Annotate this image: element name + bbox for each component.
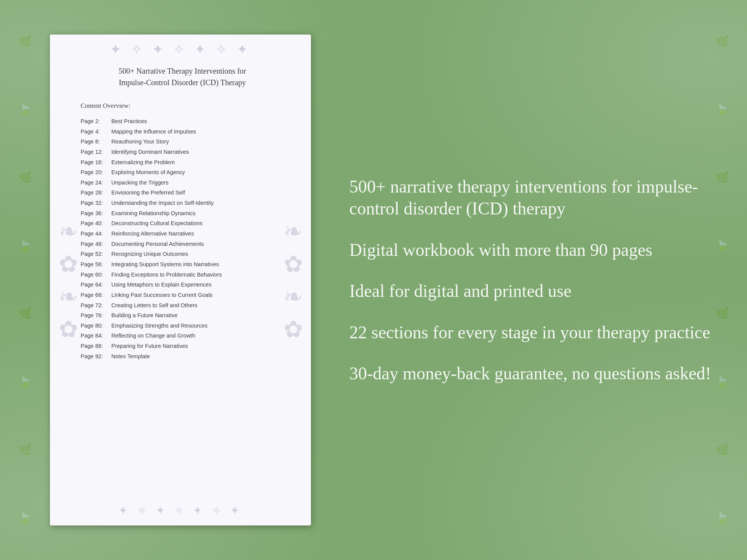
toc-item: Page 32:Understanding the Impact on Self… <box>81 198 284 208</box>
toc-item: Page 44:Reinforcing Alternative Narrativ… <box>81 229 284 239</box>
toc-item: Page 60:Finding Exceptions to Problemati… <box>81 270 284 280</box>
toc-page-number: Page 20: <box>81 168 111 177</box>
book-bottom-decoration: ✦ ✧ ✦ ✧ ✦ ✧ ✦ <box>118 504 243 517</box>
toc-page-number: Page 84: <box>81 331 111 341</box>
toc-page-number: Page 24: <box>81 178 111 188</box>
toc-page-number: Page 92: <box>81 352 111 361</box>
toc-item: Page 16:Externalizing the Problem <box>81 158 284 167</box>
toc-page-title: Notes Template <box>111 352 150 361</box>
toc-page-title: Integrating Support Systems into Narrati… <box>111 260 219 269</box>
book-title: 500+ Narrative Therapy Interventions for… <box>81 65 284 88</box>
toc-page-number: Page 12: <box>81 147 111 157</box>
toc-page-number: Page 40: <box>81 219 111 228</box>
toc-item: Page 40:Deconstructing Cultural Expectat… <box>81 219 284 228</box>
main-layout: ✦ ✧ ✦ ✧ ✦ ✧ ✦ ✦ ✧ ✦ ✧ ✦ ✧ ✦ ❧ ✿ ❧ ✿ ❧ ✿ … <box>0 0 747 560</box>
toc-page-title: Externalizing the Problem <box>111 158 175 167</box>
toc-item: Page 56:Integrating Support Systems into… <box>81 260 284 269</box>
toc-item: Page 52:Recognizing Unique Outcomes <box>81 249 284 259</box>
toc-page-title: Preparing for Future Narratives <box>111 341 188 351</box>
toc-page-number: Page 32: <box>81 198 111 208</box>
toc-page-number: Page 72: <box>81 301 111 310</box>
toc-page-title: Reinforcing Alternative Narratives <box>111 229 194 239</box>
toc-page-title: Finding Exceptions to Problematic Behavi… <box>111 270 222 280</box>
toc-item: Page 28:Envisioning the Preferred Self <box>81 188 284 198</box>
toc-page-number: Page 52: <box>81 249 111 259</box>
toc-page-number: Page 2: <box>81 117 111 126</box>
toc-page-number: Page 68: <box>81 290 111 300</box>
toc-page-title: Emphasizing Strengths and Resources <box>111 321 208 331</box>
toc-page-title: Identifying Dominant Narratives <box>111 147 189 157</box>
toc-page-title: Understanding the Impact on Self-Identit… <box>111 198 214 208</box>
toc-page-number: Page 44: <box>81 229 111 239</box>
features-panel: 500+ narrative therapy interventions for… <box>342 176 716 385</box>
toc-item: Page 76:Building a Future Narrative <box>81 311 284 320</box>
feature-3: Ideal for digital and printed use <box>349 280 716 302</box>
toc-page-number: Page 8: <box>81 137 111 147</box>
toc-page-title: Examining Relationship Dynamics <box>111 209 195 218</box>
toc-page-title: Mapping the Influence of Impulses <box>111 127 196 137</box>
toc-item: Page 4:Mapping the Influence of Impulses <box>81 127 284 137</box>
toc-page-title: Creating Letters to Self and Others <box>111 301 197 310</box>
toc-item: Page 92:Notes Template <box>81 352 284 361</box>
toc-item: Page 72:Creating Letters to Self and Oth… <box>81 301 284 310</box>
feature-5: 30-day money-back guarantee, no question… <box>349 362 716 385</box>
toc-item: Page 36:Examining Relationship Dynamics <box>81 209 284 218</box>
toc-page-title: Building a Future Narrative <box>111 311 177 320</box>
toc-item: Page 68:Linking Past Successes to Curren… <box>81 290 284 300</box>
toc-item: Page 80:Emphasizing Strengths and Resour… <box>81 321 284 331</box>
toc-page-title: Reauthoring Your Story <box>111 137 169 147</box>
toc-page-number: Page 88: <box>81 341 111 351</box>
toc-page-title: Using Metaphors to Explain Experiences <box>111 280 212 290</box>
toc-page-number: Page 4: <box>81 127 111 137</box>
toc-item: Page 12:Identifying Dominant Narratives <box>81 147 284 157</box>
feature-4: 22 sections for every stage in your ther… <box>349 321 716 344</box>
toc-page-title: Reflecting on Change and Growth <box>111 331 195 341</box>
toc-item: Page 2:Best Practices <box>81 117 284 126</box>
toc-page-number: Page 56: <box>81 260 111 269</box>
book-side-decoration-left: ❧ ✿ ❧ ✿ <box>55 218 81 343</box>
toc-item: Page 88:Preparing for Future Narratives <box>81 341 284 351</box>
toc-page-number: Page 48: <box>81 239 111 249</box>
toc-page-number: Page 64: <box>81 280 111 290</box>
table-of-contents: Page 2:Best PracticesPage 4:Mapping the … <box>81 117 284 361</box>
toc-item: Page 84:Reflecting on Change and Growth <box>81 331 284 341</box>
book-side-decoration-right: ❧ ✿ ❧ ✿ <box>279 218 306 343</box>
toc-item: Page 64:Using Metaphors to Explain Exper… <box>81 280 284 290</box>
book-panel: ✦ ✧ ✦ ✧ ✦ ✧ ✦ ✦ ✧ ✦ ✧ ✦ ✧ ✦ ❧ ✿ ❧ ✿ ❧ ✿ … <box>50 35 311 525</box>
toc-page-title: Deconstructing Cultural Expectations <box>111 219 203 228</box>
toc-item: Page 20:Exploring Moments of Agency <box>81 168 284 177</box>
toc-page-title: Exploring Moments of Agency <box>111 168 185 177</box>
toc-page-number: Page 60: <box>81 270 111 280</box>
toc-page-title: Envisioning the Preferred Self <box>111 188 185 198</box>
toc-page-number: Page 80: <box>81 321 111 331</box>
toc-page-number: Page 16: <box>81 158 111 167</box>
toc-page-title: Linking Past Successes to Current Goals <box>111 290 213 300</box>
toc-page-number: Page 36: <box>81 209 111 218</box>
toc-page-number: Page 28: <box>81 188 111 198</box>
toc-item: Page 8:Reauthoring Your Story <box>81 137 284 147</box>
toc-page-title: Unpacking the Triggers <box>111 178 169 188</box>
toc-page-title: Recognizing Unique Outcomes <box>111 249 188 259</box>
toc-page-number: Page 76: <box>81 311 111 320</box>
feature-2: Digital workbook with more than 90 pages <box>349 239 716 261</box>
toc-page-title: Documenting Personal Achievements <box>111 239 204 249</box>
content-overview-label: Content Overview: <box>81 102 284 110</box>
feature-1: 500+ narrative therapy interventions for… <box>349 176 716 220</box>
toc-item: Page 48:Documenting Personal Achievement… <box>81 239 284 249</box>
book-top-decoration: ✦ ✧ ✦ ✧ ✦ ✧ ✦ <box>110 41 251 58</box>
toc-page-title: Best Practices <box>111 117 147 126</box>
toc-item: Page 24:Unpacking the Triggers <box>81 178 284 188</box>
